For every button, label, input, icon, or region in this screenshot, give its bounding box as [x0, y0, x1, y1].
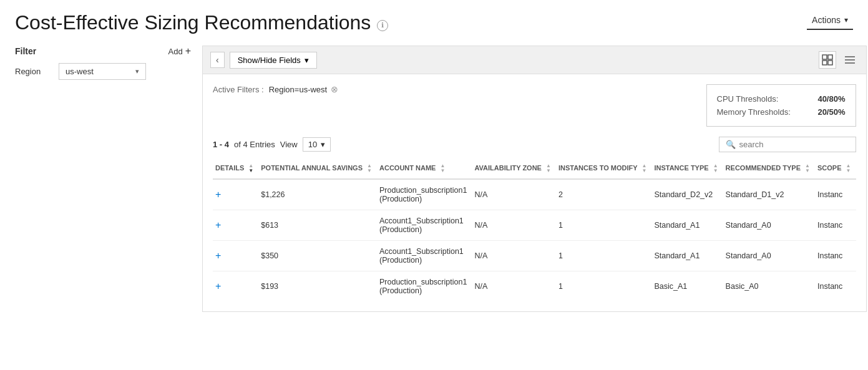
memory-threshold-row: Memory Thresholds: 20/50%: [717, 105, 846, 119]
row-account-1: Account1_Subscription1 (Production): [377, 210, 472, 241]
filter-tag-text: Region=us-west: [269, 85, 328, 94]
table-row: + $193 Production_subscription1 (Product…: [213, 271, 856, 302]
cpu-threshold-row: CPU Thresholds: 40/80%: [717, 92, 846, 105]
view-count-select[interactable]: 10 ▾: [303, 137, 331, 152]
toolbar-left: ‹ Show/Hide Fields ▾: [210, 52, 317, 69]
toolbar-right: [819, 51, 859, 69]
col-scope: SCOPE ▲▼: [815, 158, 856, 179]
row-expand-2[interactable]: +: [213, 241, 258, 271]
row-savings-2: $350: [258, 241, 377, 271]
row-expand-3[interactable]: +: [213, 271, 258, 302]
memory-threshold-value: 20/50%: [817, 107, 845, 117]
row-expand-1[interactable]: +: [213, 210, 258, 241]
list-icon: [844, 54, 856, 66]
memory-threshold-label: Memory Thresholds:: [717, 107, 791, 117]
sort-recommended[interactable]: ▲▼: [805, 163, 810, 173]
table-row: + $613 Account1_Subscription1 (Productio…: [213, 210, 856, 241]
toolbar: ‹ Show/Hide Fields ▾: [203, 46, 866, 74]
info-icon[interactable]: ℹ: [377, 20, 388, 31]
filter-region-select[interactable]: us-west ▾: [59, 63, 146, 80]
main-content: Filter Add + Region us-west ▾ ‹: [15, 46, 853, 312]
active-filters-label: Active Filters :: [213, 85, 264, 94]
filter-region-chevron: ▾: [135, 67, 139, 75]
thresholds-box: CPU Thresholds: 40/80% Memory Thresholds…: [706, 84, 856, 127]
svg-rect-0: [822, 55, 827, 59]
row-instance-type-0: Standard_D2_v2: [651, 179, 723, 210]
active-filters: Active Filters : Region=us-west ⊗: [213, 84, 338, 94]
nav-back-icon: ‹: [216, 55, 219, 65]
col-instances: INSTANCES TO MODIFY ▲▼: [556, 158, 652, 179]
sort-instances[interactable]: ▲▼: [642, 163, 647, 173]
col-savings: POTENTIAL ANNUAL SAVINGS ▲▼: [258, 158, 377, 179]
table-row: + $1,226 Production_subscription1 (Produ…: [213, 179, 856, 210]
search-icon: 🔍: [726, 140, 736, 149]
sort-account[interactable]: ▲▼: [441, 163, 446, 173]
sort-savings[interactable]: ▲▼: [367, 163, 372, 173]
sort-instance-type[interactable]: ▲▼: [713, 163, 718, 173]
row-zone-1: N/A: [472, 210, 556, 241]
row-recommended-1: Standard_A0: [723, 210, 815, 241]
col-recommended: RECOMMENDED TYPE ▲▼: [723, 158, 815, 179]
nav-back-button[interactable]: ‹: [210, 52, 225, 68]
row-recommended-3: Basic_A0: [723, 271, 815, 302]
grid-view-button[interactable]: [819, 51, 836, 69]
filter-region-value: us-west: [66, 67, 94, 76]
entries-info: 1 - 4 of 4 Entries View 10 ▾: [213, 137, 331, 152]
row-savings-1: $613: [258, 210, 377, 241]
table-header: DETAILS ▲▼ POTENTIAL ANNUAL SAVINGS ▲▼ A…: [213, 158, 856, 179]
data-table: DETAILS ▲▼ POTENTIAL ANNUAL SAVINGS ▲▼ A…: [213, 158, 856, 301]
row-expand-0[interactable]: +: [213, 179, 258, 210]
filter-header: Filter Add +: [15, 46, 191, 57]
entries-range: 1 - 4: [213, 140, 229, 149]
col-instance-type: INSTANCE TYPE ▲▼: [651, 158, 723, 179]
show-hide-fields-button[interactable]: Show/Hide Fields ▾: [230, 52, 317, 69]
view-count-chevron: ▾: [321, 140, 325, 149]
filter-tag-region: Region=us-west ⊗: [269, 84, 339, 94]
row-scope-0: Instanc: [815, 179, 856, 210]
filter-region-label: Region: [15, 67, 52, 76]
sort-zone[interactable]: ▲▼: [546, 163, 551, 173]
row-instance-type-1: Standard_A1: [651, 210, 723, 241]
search-input[interactable]: [739, 140, 839, 149]
actions-button[interactable]: Actions ▾: [807, 11, 853, 30]
svg-rect-2: [822, 61, 827, 65]
row-instances-1: 1: [556, 210, 652, 241]
actions-chevron: ▾: [844, 16, 848, 24]
row-zone-2: N/A: [472, 241, 556, 271]
row-account-2: Account1_Subscription1 (Production): [377, 241, 472, 271]
row-zone-0: N/A: [472, 179, 556, 210]
svg-rect-3: [828, 61, 832, 65]
table-area: Active Filters : Region=us-west ⊗ CPU Th…: [203, 74, 866, 311]
view-count-value: 10: [308, 140, 317, 149]
sort-scope[interactable]: ▲▼: [846, 163, 851, 173]
filter-tag-remove[interactable]: ⊗: [331, 84, 338, 94]
filter-panel: Filter Add + Region us-west ▾: [15, 46, 202, 312]
grid-icon: [822, 54, 833, 66]
show-hide-chevron: ▾: [305, 56, 309, 65]
svg-rect-1: [828, 55, 832, 59]
entries-of: of 4 Entries: [234, 140, 275, 149]
col-account: ACCOUNT NAME ▲▼: [377, 158, 472, 179]
view-label: View: [280, 140, 298, 149]
add-filter-button[interactable]: Add +: [168, 46, 191, 57]
row-recommended-0: Standard_D1_v2: [723, 179, 815, 210]
actions-label: Actions: [812, 15, 841, 25]
row-savings-0: $1,226: [258, 179, 377, 210]
content-panel: ‹ Show/Hide Fields ▾: [202, 46, 867, 312]
row-recommended-2: Standard_A0: [723, 241, 815, 271]
row-instance-type-2: Standard_A1: [651, 241, 723, 271]
row-account-3: Production_subscription1 (Production): [377, 271, 472, 302]
row-instances-2: 1: [556, 241, 652, 271]
col-zone: AVAILABILITY ZONE ▲▼: [472, 158, 556, 179]
table-body: + $1,226 Production_subscription1 (Produ…: [213, 179, 856, 301]
col-details: DETAILS ▲▼: [213, 158, 258, 179]
list-view-button[interactable]: [841, 51, 859, 69]
table-row: + $350 Account1_Subscription1 (Productio…: [213, 241, 856, 271]
row-scope-3: Instanc: [815, 271, 856, 302]
add-filter-label: Add: [168, 47, 183, 56]
filter-title: Filter: [15, 46, 36, 56]
row-instance-type-3: Basic_A1: [651, 271, 723, 302]
sort-details[interactable]: ▲▼: [248, 163, 253, 173]
header-row: Cost-Effective Sizing Recommendations ℹ …: [15, 11, 853, 34]
active-filters-row: Active Filters : Region=us-west ⊗ CPU Th…: [213, 84, 856, 127]
